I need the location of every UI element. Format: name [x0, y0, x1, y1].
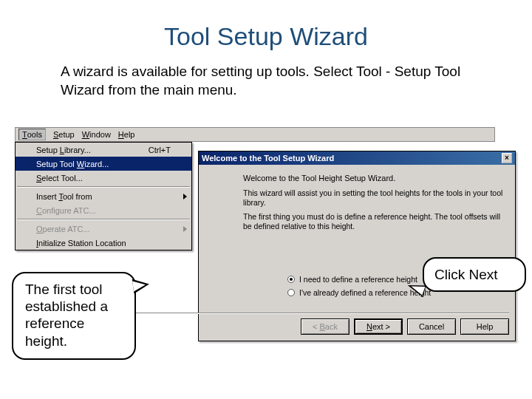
wizard-text-1: This wizard will assist you in setting t… — [243, 188, 509, 208]
menu-setup-tool-wizard[interactable]: Setup Tool Wizard... — [16, 157, 191, 171]
submenu-arrow-icon — [183, 226, 187, 232]
cancel-button[interactable]: Cancel — [407, 318, 456, 335]
close-icon[interactable]: × — [502, 153, 512, 163]
slide-description: A wizard is available for setting up too… — [61, 63, 474, 99]
slide-title: Tool Setup Wizard — [0, 22, 532, 51]
menu-initialize-station[interactable]: Initialize Station Location — [16, 236, 191, 250]
wizard-body: Welcome to the Tool Height Setup Wizard.… — [243, 169, 509, 236]
menu-tools[interactable]: Tools — [18, 129, 46, 140]
wizard-title: Welcome to the Tool Setup Wizard — [202, 154, 334, 163]
wizard-button-row: < Back Next > Cancel Help — [301, 318, 509, 335]
wizard-intro: Welcome to the Tool Height Setup Wizard. — [243, 174, 509, 184]
menu-window[interactable]: Window — [82, 130, 111, 139]
screenshot-stage: Tools Setup Window Help Setup Library...… — [15, 127, 517, 349]
menu-configure-atc: Configure ATC... — [16, 203, 191, 217]
menu-setup-library[interactable]: Setup Library... Ctrl+T — [16, 143, 191, 157]
menu-select-tool[interactable]: Select Tool... — [16, 171, 191, 185]
menu-insert-tool-from[interactable]: Insert Tool from — [16, 189, 191, 203]
radio-icon — [287, 276, 295, 283]
next-button[interactable]: Next > — [354, 318, 403, 335]
wizard-window: Welcome to the Tool Setup Wizard × Welco… — [198, 151, 516, 341]
menu-setup[interactable]: Setup — [53, 130, 75, 139]
radio-need-label: I need to define a reference height — [299, 275, 417, 284]
back-button: < Back — [301, 318, 349, 335]
callout-tail-icon — [132, 277, 151, 294]
submenu-arrow-icon — [183, 194, 187, 200]
menu-operate-atc: Operate ATC... — [16, 222, 191, 236]
help-button[interactable]: Help — [460, 318, 509, 335]
menubar: Tools Setup Window Help — [15, 127, 495, 142]
accel-setup-library: Ctrl+T — [149, 146, 171, 154]
menu-separator — [17, 219, 190, 220]
wizard-text-2: The first thing you must do is define a … — [243, 212, 509, 231]
menu-separator — [17, 186, 190, 188]
callout-reference-height: The first tool established a reference h… — [12, 272, 136, 360]
wizard-titlebar: Welcome to the Tool Setup Wizard × — [199, 151, 515, 165]
radio-icon — [287, 289, 295, 296]
menu-help[interactable]: Help — [118, 130, 135, 139]
tools-dropdown: Setup Library... Ctrl+T Setup Tool Wizar… — [15, 142, 192, 250]
callout-click-next: Click Next — [423, 257, 526, 292]
